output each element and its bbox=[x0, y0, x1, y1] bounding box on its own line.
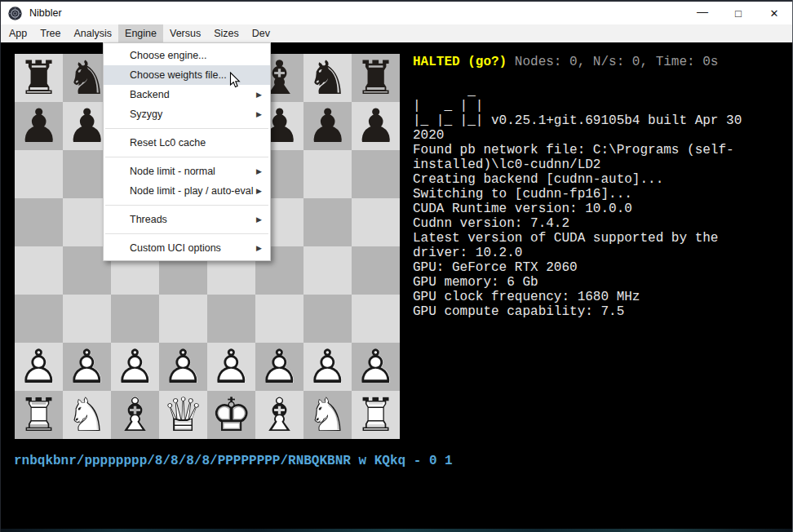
piece-outline: ♕ bbox=[159, 391, 207, 439]
piece-black-pawn: ♟ bbox=[15, 102, 63, 150]
square-b2[interactable]: ♟♙ bbox=[63, 343, 111, 391]
piece-fill: ♜ bbox=[15, 54, 63, 102]
piece-outline: ♙ bbox=[303, 343, 352, 391]
square-g5[interactable] bbox=[303, 198, 352, 246]
piece-white-pawn: ♟♙ bbox=[207, 343, 255, 391]
square-g4[interactable] bbox=[303, 246, 352, 295]
square-d3[interactable] bbox=[159, 295, 207, 343]
menubar-item-engine[interactable]: Engine bbox=[118, 24, 163, 42]
square-a5[interactable] bbox=[15, 198, 63, 246]
piece-white-pawn: ♟♙ bbox=[303, 343, 352, 391]
piece-white-pawn: ♟♙ bbox=[15, 343, 63, 391]
window-title: Nibbler bbox=[29, 7, 62, 19]
piece-fill: ♟ bbox=[352, 102, 400, 150]
piece-black-pawn: ♟ bbox=[303, 102, 352, 150]
title-bar: Nibbler — □ ✕ bbox=[1, 0, 792, 24]
square-a3[interactable] bbox=[15, 295, 63, 343]
menu-item-label: Node limit - play / auto-eval bbox=[130, 185, 253, 197]
piece-black-rook: ♜ bbox=[352, 54, 400, 102]
square-g1[interactable]: ♞♘ bbox=[303, 391, 352, 439]
menu-item-custom-uci-options[interactable]: Custom UCI options▶ bbox=[104, 238, 270, 258]
piece-white-king: ♚♔ bbox=[207, 391, 255, 439]
square-h1[interactable]: ♜♖ bbox=[352, 391, 400, 439]
menu-item-choose-engine[interactable]: Choose engine... bbox=[104, 46, 270, 65]
nibbler-window: Nibbler — □ ✕ AppTreeAnalysisEngineVersu… bbox=[0, 0, 793, 532]
menu-separator bbox=[105, 205, 268, 206]
submenu-arrow-icon: ▶ bbox=[256, 110, 262, 118]
square-g3[interactable] bbox=[303, 295, 352, 343]
piece-white-pawn: ♟♙ bbox=[159, 343, 207, 391]
square-a7[interactable]: ♟ bbox=[15, 102, 63, 150]
square-h3[interactable] bbox=[352, 295, 400, 343]
desktop-edge-strip bbox=[1, 529, 792, 532]
menubar-item-sizes[interactable]: Sizes bbox=[207, 24, 246, 42]
square-h2[interactable]: ♟♙ bbox=[352, 343, 400, 391]
square-c2[interactable]: ♟♙ bbox=[111, 343, 159, 391]
menubar: AppTreeAnalysisEngineVersusSizesDev bbox=[1, 24, 792, 42]
menubar-item-analysis[interactable]: Analysis bbox=[68, 24, 119, 42]
square-f3[interactable] bbox=[255, 295, 303, 343]
engine-log-output: _ | _ | | |_ |_ |_| v0.25.1+git.69105b4 … bbox=[413, 69, 742, 319]
menu-item-node-limit-play-auto-eval[interactable]: Node limit - play / auto-eval▶ bbox=[104, 181, 270, 201]
square-h8[interactable]: ♜ bbox=[352, 54, 400, 102]
menu-item-syzygy[interactable]: Syzygy▶ bbox=[104, 104, 270, 124]
piece-outline: ♙ bbox=[352, 343, 400, 391]
menu-item-reset-lc0-cache[interactable]: Reset Lc0 cache bbox=[104, 133, 270, 153]
square-f1[interactable]: ♝♗ bbox=[255, 391, 303, 439]
piece-fill: ♟ bbox=[15, 102, 63, 150]
square-g2[interactable]: ♟♙ bbox=[303, 343, 352, 391]
submenu-arrow-icon: ▶ bbox=[256, 91, 262, 99]
app-icon bbox=[8, 7, 22, 20]
square-h6[interactable] bbox=[352, 150, 400, 198]
square-d1[interactable]: ♛♕ bbox=[159, 391, 207, 439]
square-c3[interactable] bbox=[111, 295, 159, 343]
menu-item-choose-weights-file[interactable]: Choose weights file... bbox=[104, 65, 270, 85]
piece-white-rook: ♜♖ bbox=[15, 391, 63, 439]
menu-item-label: Choose weights file... bbox=[130, 69, 227, 81]
square-a2[interactable]: ♟♙ bbox=[15, 343, 63, 391]
piece-fill: ♜ bbox=[352, 54, 400, 102]
piece-white-knight: ♞♘ bbox=[303, 391, 352, 439]
submenu-arrow-icon: ▶ bbox=[256, 187, 262, 195]
square-a6[interactable] bbox=[15, 150, 63, 198]
close-button[interactable]: ✕ bbox=[756, 2, 792, 24]
square-d2[interactable]: ♟♙ bbox=[159, 343, 207, 391]
square-e2[interactable]: ♟♙ bbox=[207, 343, 255, 391]
piece-outline: ♗ bbox=[255, 391, 303, 439]
square-a1[interactable]: ♜♖ bbox=[15, 391, 63, 439]
square-h4[interactable] bbox=[352, 246, 400, 295]
fen-string: rnbqkbnr/pppppppp/8/8/8/8/PPPPPPPP/RNBQK… bbox=[14, 454, 453, 468]
square-g8[interactable]: ♞ bbox=[303, 54, 352, 102]
menu-separator bbox=[105, 233, 268, 234]
piece-white-bishop: ♝♗ bbox=[111, 391, 159, 439]
minimize-button[interactable]: — bbox=[684, 2, 720, 24]
square-f2[interactable]: ♟♙ bbox=[255, 343, 303, 391]
square-h7[interactable]: ♟ bbox=[352, 102, 400, 150]
piece-outline: ♙ bbox=[63, 343, 111, 391]
square-h5[interactable] bbox=[352, 198, 400, 246]
piece-outline: ♙ bbox=[111, 343, 159, 391]
piece-black-knight: ♞ bbox=[303, 54, 352, 102]
square-g7[interactable]: ♟ bbox=[303, 102, 352, 150]
square-e3[interactable] bbox=[207, 295, 255, 343]
menubar-item-tree[interactable]: Tree bbox=[33, 24, 67, 42]
menu-item-threads[interactable]: Threads▶ bbox=[104, 210, 270, 229]
piece-outline: ♖ bbox=[15, 391, 63, 439]
square-c1[interactable]: ♝♗ bbox=[111, 391, 159, 439]
square-a8[interactable]: ♜ bbox=[15, 54, 63, 102]
maximize-button[interactable]: □ bbox=[720, 2, 756, 24]
square-b3[interactable] bbox=[63, 295, 111, 343]
piece-outline: ♖ bbox=[352, 391, 400, 439]
square-a4[interactable] bbox=[15, 246, 63, 295]
square-b1[interactable]: ♞♘ bbox=[63, 391, 111, 439]
menubar-item-versus[interactable]: Versus bbox=[163, 24, 207, 42]
square-g6[interactable] bbox=[303, 150, 352, 198]
menu-separator bbox=[105, 157, 268, 157]
menubar-item-app[interactable]: App bbox=[2, 24, 33, 42]
piece-outline: ♘ bbox=[63, 391, 111, 439]
menu-item-backend[interactable]: Backend▶ bbox=[104, 85, 270, 104]
menubar-item-dev[interactable]: Dev bbox=[246, 24, 277, 42]
menu-item-node-limit-normal[interactable]: Node limit - normal▶ bbox=[104, 162, 270, 181]
square-e1[interactable]: ♚♔ bbox=[207, 391, 255, 439]
piece-outline: ♙ bbox=[207, 343, 255, 391]
